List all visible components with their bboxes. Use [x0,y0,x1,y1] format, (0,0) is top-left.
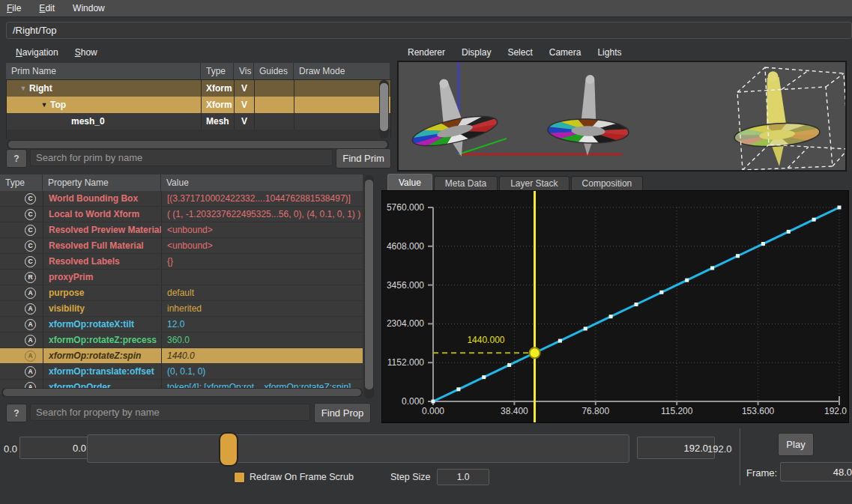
property-value-label: <unbound> [161,238,363,253]
tab-composition[interactable]: Composition [571,176,644,190]
tree-row-top[interactable]: ▼TopXformV [7,97,390,113]
keyframe-marker[interactable] [432,400,435,404]
vis-toggle[interactable]: V [235,80,255,97]
prim-path-field[interactable]: /Right/Top [6,22,852,39]
prim-help-button[interactable]: ? [6,149,27,168]
property-row-resolved-preview-material[interactable]: CResolved Preview Material<unbound> [0,222,363,238]
attribute-type-icon-a: A [25,335,36,346]
value-plot-panel[interactable]: 0.0001152.0002304.0003456.0004608.000576… [381,190,849,423]
frame-slider-track[interactable] [87,434,629,463]
prim-col-header-draw-mode[interactable]: Draw Mode [294,63,390,79]
prim-tree-hscrollbar[interactable] [7,140,389,149]
tab-layer-stack[interactable]: Layer Stack [499,176,569,190]
prim-col-header-type[interactable]: Type [201,63,234,79]
model-top-right [730,68,822,169]
tree-empty-area [7,130,390,139]
property-name-label: visibility [43,301,161,316]
menu-item-renderer[interactable]: Renderer [399,47,453,58]
keyframe-marker[interactable] [584,327,587,330]
property-value-label: 12.0 [161,317,363,332]
find-prim-button[interactable]: Find Prim [336,148,391,168]
inspector-tabs: ValueMeta DataLayer StackComposition [387,174,644,190]
keyframe-marker[interactable] [456,387,460,391]
property-col-header-property-name[interactable]: Property Name [43,174,161,191]
vis-toggle[interactable]: V [235,113,255,130]
property-row-resolved-full-material[interactable]: CResolved Full Material<unbound> [0,238,363,254]
tree-row-mesh-0[interactable]: mesh_0MeshV [7,113,390,130]
tab-meta-data[interactable]: Meta Data [434,176,498,190]
property-col-header-value[interactable]: Value [161,174,363,191]
viewport-canvas[interactable] [398,61,846,171]
step-size-input[interactable] [437,469,489,485]
prim-tree-vscrollbar[interactable] [379,80,389,139]
keyframe-marker[interactable] [685,279,689,282]
keyframe-marker[interactable] [838,206,842,210]
property-value-label: 360.0 [161,333,363,347]
attribute-type-icon-r: R [25,272,36,283]
range-end-input[interactable] [637,437,715,459]
property-row-xformop-rotatez-spin[interactable]: AxformOp:rotateZ:spin1440.0 [0,348,363,364]
keyframe-marker[interactable] [635,303,638,306]
property-row-proxyprim[interactable]: RproxyPrim [0,270,363,285]
prim-col-header-prim-name[interactable]: Prim Name [6,63,201,79]
menu-item-window[interactable]: Window [64,3,114,13]
property-row-xformop-rotatez-precess[interactable]: AxformOp:rotateZ:precess360.0 [0,333,363,348]
range-start-input[interactable] [19,437,93,459]
property-row-xformop-rotatex-tilt[interactable]: AxformOp:rotateX:tilt12.0 [0,317,363,333]
property-hscrollbar[interactable] [1,388,363,397]
range-start-label: 0.0 [4,443,17,455]
keyframe-marker[interactable] [812,218,816,222]
property-name-label: Resolved Labels [43,254,161,269]
property-row-world-bounding-box[interactable]: CWorld Bounding Box[(3.371710002422332..… [0,191,363,207]
prim-search-input[interactable] [30,149,333,166]
keyframe-marker[interactable] [736,254,740,258]
keyframe-marker[interactable] [787,230,791,234]
property-row-purpose[interactable]: Apurposedefault [0,285,363,301]
menu-item-camera[interactable]: Camera [541,47,590,58]
property-search-input[interactable] [30,404,310,421]
menu-item-file[interactable]: File [0,3,30,13]
property-row-visibility[interactable]: Avisibilityinherited [0,301,363,317]
frame-slider-handle[interactable] [219,432,238,467]
menu-item-show[interactable]: Show [67,47,106,58]
keyframe-marker[interactable] [507,363,511,367]
keyframe-marker[interactable] [761,242,765,246]
menu-item-edit[interactable]: Edit [30,3,64,13]
prim-col-header-guides[interactable]: Guides [254,63,294,79]
model-top-left [401,70,504,166]
expand-arrow-icon[interactable]: ▼ [17,85,29,92]
keyframe-marker[interactable] [659,291,663,294]
property-row-xformop-translate-offset[interactable]: AxformOp:translate:offset(0, 0.1, 0) [0,364,363,380]
menu-item-navigation[interactable]: Navigation [7,47,67,58]
property-row-local-to-world-xform[interactable]: CLocal to World Xform( (1, -1.2032376224… [0,207,363,222]
menu-item-display[interactable]: Display [453,47,499,58]
prim-browser-menubar: NavigationShow [7,45,106,60]
property-type-icon-cell: C [25,255,43,267]
keyframe-marker[interactable] [482,375,486,379]
property-name-label: proxyPrim [43,270,161,285]
current-value-point[interactable] [530,347,540,358]
vis-toggle[interactable]: V [235,97,255,113]
keyframe-marker[interactable] [558,339,562,343]
prim-col-header-vis[interactable]: Vis [234,63,254,79]
property-row-resolved-labels[interactable]: CResolved Labels{} [0,254,363,270]
menu-item-lights[interactable]: Lights [589,47,629,58]
expand-arrow-icon[interactable]: ▼ [38,101,50,109]
attribute-type-icon-c: C [25,209,36,220]
attribute-type-icon-c: C [25,225,36,236]
tree-row-right[interactable]: ▼RightXformV [7,80,390,97]
find-prop-button[interactable]: Find Prop [314,403,371,423]
property-vscrollbar[interactable] [364,175,374,398]
axis-y-green-line [459,139,507,154]
tab-value[interactable]: Value [387,174,432,190]
play-button[interactable]: Play [778,433,814,456]
keyframe-marker[interactable] [609,315,613,318]
property-help-button[interactable]: ? [6,404,27,422]
property-name-label: xformOp:rotateX:tilt [43,317,161,332]
keyframe-marker[interactable] [710,266,714,270]
redraw-on-scrub-checkbox[interactable] [234,472,245,483]
frame-input[interactable] [780,462,852,482]
property-value-label: {} [161,254,363,269]
property-col-header-type[interactable]: Type [0,174,43,191]
menu-item-select[interactable]: Select [499,47,540,58]
